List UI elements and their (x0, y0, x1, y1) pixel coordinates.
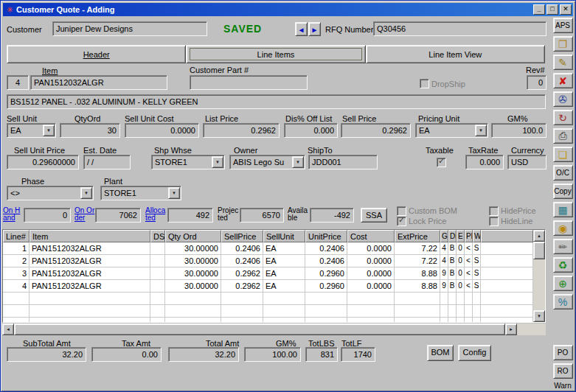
delete-icon[interactable]: ✘ (553, 73, 573, 88)
lock-icon[interactable]: ◉ (553, 220, 573, 236)
utility-knife-icon[interactable]: ✏ (553, 239, 573, 254)
save-status: SAVED (223, 23, 262, 35)
hscroll-thumb[interactable] (14, 323, 505, 335)
documents-icon[interactable]: ❐ (553, 36, 573, 52)
customer-label: Customer (7, 25, 42, 34)
chevron-down-icon[interactable]: ▼ (475, 125, 487, 136)
projected-field: 6570 (240, 208, 284, 223)
rfq-number-field[interactable]: Q30456 (373, 21, 546, 36)
grid-cell: 0.2962 (221, 280, 263, 293)
grid-flag-cell (457, 305, 465, 318)
tab-header[interactable]: Header (7, 45, 186, 63)
phase-select[interactable]: <> ▼ (7, 186, 94, 200)
print-icon[interactable]: ⎙ (553, 128, 573, 144)
close-button[interactable]: ✕ (560, 4, 572, 15)
grid-cell: EA (263, 255, 305, 267)
aps-button[interactable]: APS (553, 18, 573, 33)
item-index-field[interactable]: 4 (7, 75, 29, 90)
tab-line-items[interactable]: Line Items (186, 45, 365, 63)
taxrate-field[interactable]: 0.000 (465, 155, 504, 169)
chevron-down-icon[interactable]: ▼ (292, 156, 304, 168)
currency-field[interactable]: USD (507, 155, 546, 169)
customer-field[interactable]: Juniper Dew Designs (52, 21, 207, 36)
chevron-down-icon[interactable]: ▼ (43, 125, 55, 136)
sell-unit-select[interactable]: EA ▼ (7, 123, 56, 138)
minimize-button[interactable]: _ (533, 4, 545, 15)
sell-price-field[interactable]: 0.2962 (341, 123, 411, 138)
chevron-down-icon[interactable]: ▼ (212, 156, 223, 168)
clock-icon[interactable]: ⊕ (553, 276, 573, 291)
plant-select[interactable]: STORE1 ▼ (100, 186, 181, 200)
scroll-down-button[interactable]: ▼ (533, 310, 545, 322)
table-row[interactable]: 1PAN1512032ALGR30.000000.2406EA0.24060.0… (3, 242, 533, 255)
save-icon[interactable]: ✇ (553, 91, 573, 107)
undo-icon[interactable]: ↻ (553, 110, 573, 125)
customer-part-field[interactable] (190, 75, 308, 90)
percent-icon[interactable]: % (553, 294, 573, 309)
owner-select[interactable]: ABIS Lego Su ▼ (229, 155, 305, 169)
item-field[interactable]: PAN1512032ALGR (30, 75, 167, 90)
grid-cell (150, 293, 165, 305)
grid-flag-cell (465, 305, 473, 318)
ro-button[interactable]: RO (553, 363, 573, 379)
grid-hscrollbar[interactable]: ◄ ► (2, 323, 546, 335)
maximize-button[interactable]: □ (546, 4, 558, 15)
list-price-field[interactable]: 0.2962 (203, 123, 280, 138)
warn-status: Warn (554, 382, 572, 390)
grid-cell (263, 305, 305, 318)
allocated-link[interactable]: Allocated (145, 207, 166, 222)
rfq-number-label: RFQ Number (325, 25, 373, 34)
grid-flag-cell: S (473, 255, 481, 267)
monitor-icon[interactable]: ▦ (553, 202, 573, 217)
grid-cell (263, 293, 305, 305)
bom-button[interactable]: BOM (427, 345, 454, 361)
scroll-left-button[interactable]: ◄ (2, 323, 14, 335)
grid-cell: 30.00000 (165, 242, 221, 255)
chevron-down-icon[interactable]: ▼ (168, 187, 180, 199)
sell-unit-price-field[interactable]: 0.29600000 (7, 155, 79, 169)
taxrate-label: TaxRate (468, 146, 498, 155)
grid-flag-cell (465, 318, 473, 322)
prev-record-button[interactable]: ◄ (295, 22, 308, 36)
grid-cell (30, 305, 150, 318)
est-date-field[interactable]: / / (83, 155, 131, 169)
shp-whse-select[interactable]: STORE1 ▼ (151, 155, 225, 169)
pricing-unit-select[interactable]: EA ▼ (415, 123, 488, 138)
scroll-right-button[interactable]: ► (505, 323, 517, 335)
item-description-field[interactable]: BS1512 PANEL - .032 ALUMINUM - KELLY GRE… (7, 94, 546, 109)
on-order-link[interactable]: On Order (74, 207, 95, 222)
phase-value: <> (10, 189, 20, 197)
table-row[interactable]: 4PAN1512032ALGR30.000000.2962EA0.29600.0… (3, 280, 533, 293)
hscroll-track[interactable] (517, 323, 546, 335)
next-record-button[interactable]: ► (308, 22, 321, 36)
rev-field[interactable]: 0 (527, 75, 546, 90)
grid-cell: 0.2406 (305, 255, 347, 267)
grid-flag-cell: 0 (457, 242, 465, 255)
qtyord-field[interactable]: 30 (60, 123, 120, 138)
tab-line-item-view[interactable]: Line Item View (366, 45, 545, 63)
sell-unit-cost-field[interactable]: 0.0000 (125, 123, 199, 138)
po-button[interactable]: PO (553, 345, 573, 360)
grid-cell (165, 293, 221, 305)
recycle-icon[interactable]: ♻ (553, 257, 573, 273)
gm-field[interactable]: 100.0 (491, 123, 546, 138)
customer-part-label: Customer Part # (190, 66, 249, 74)
currency-label: Currency (511, 146, 544, 155)
grid-cell: 0.0000 (347, 280, 395, 293)
vscroll-thumb[interactable] (533, 242, 545, 259)
oc-button[interactable]: O/C (553, 165, 573, 181)
shipto-field[interactable]: JDD001 (308, 155, 378, 169)
on-hand-link[interactable]: On Hand (3, 207, 22, 222)
edit-icon[interactable]: ✎ (553, 55, 573, 70)
config-button[interactable]: Config (458, 345, 491, 361)
vscroll-track[interactable] (533, 259, 545, 310)
chevron-down-icon[interactable]: ▼ (80, 187, 92, 199)
ssa-button[interactable]: SSA (361, 208, 387, 223)
copy-button[interactable]: Copy (553, 183, 573, 199)
grid-vscrollbar[interactable]: ▲ ▼ (533, 230, 545, 322)
dis-off-list-field[interactable]: 0.000 (284, 123, 338, 138)
table-row[interactable]: 3PAN1512032ALGR30.000000.2962EA0.29600.0… (3, 267, 533, 280)
scroll-up-button[interactable]: ▲ (533, 230, 545, 242)
folder-icon[interactable]: ❏ (553, 147, 573, 162)
table-row[interactable]: 2PAN1512032ALGR30.000000.2406EA0.24060.0… (3, 255, 533, 267)
